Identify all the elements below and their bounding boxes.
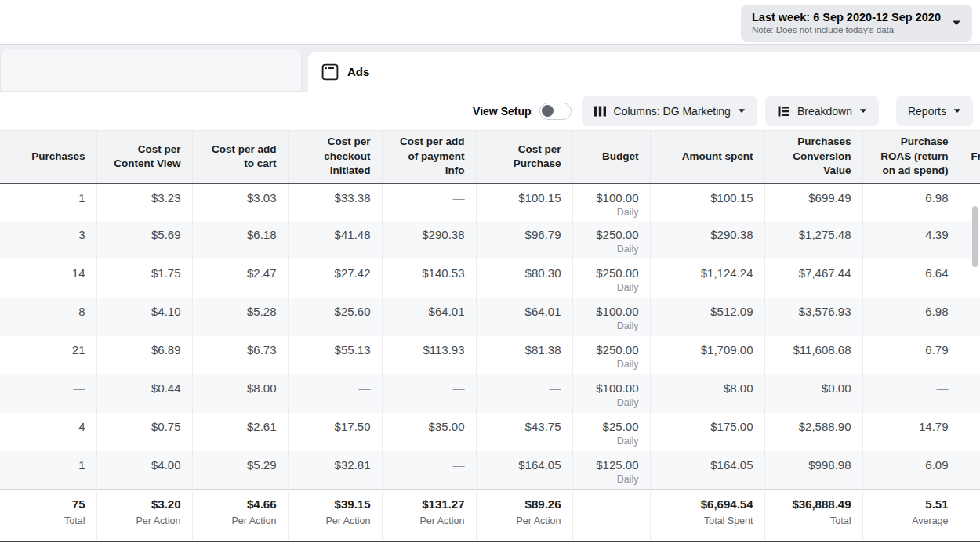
cell-budget: $100.00Daily	[572, 183, 650, 222]
column-header-cost_purchase[interactable]: Cost per Purchase	[476, 131, 572, 183]
cell-cost_payment_info: —	[382, 374, 476, 413]
cell-conversion_value: $11,608.68	[764, 336, 862, 374]
column-header-cost_payment_info[interactable]: Cost per add of payment info	[382, 131, 476, 183]
total-value: 75	[5, 497, 85, 511]
cell-budget: $250.00Daily	[572, 221, 650, 259]
totals-row: 75Total$3.20Per Action$4.66Per Action$39…	[0, 490, 980, 541]
chevron-down-icon	[738, 108, 746, 114]
cell-cost_add_to_cart: $5.28	[192, 298, 288, 336]
cell-amount_spent: $100.15	[650, 183, 764, 222]
cell-cost_content_view: $3.23	[96, 183, 192, 222]
budget-period: Daily	[578, 436, 639, 447]
column-header-conversion_value[interactable]: Purchases Conversion Value	[764, 131, 862, 183]
budget-value: $250.00	[578, 343, 639, 356]
view-setup-label: View Setup	[473, 105, 531, 118]
date-range-selector[interactable]: Last week: 6 Sep 2020-12 Sep 2020 Note: …	[741, 5, 972, 42]
cell-cost_content_view: $6.89	[96, 336, 192, 374]
table-row[interactable]: 21$6.89$6.73$55.13$113.93$81.38$250.00Da…	[0, 336, 980, 374]
cell-conversion_value: $1,275.48	[764, 221, 862, 259]
breakdown-button[interactable]: Breakdown	[765, 96, 879, 126]
total-label: Total	[5, 515, 85, 526]
cell-purchases: 14	[0, 259, 96, 298]
cell-cost_purchase: $43.75	[476, 413, 572, 451]
cell-roas: —	[862, 374, 960, 413]
total-label: Per Action	[198, 515, 277, 526]
column-header-amount_spent[interactable]: Amount spent	[650, 131, 764, 183]
table-row[interactable]: 1$3.23$3.03$33.38—$100.15$100.00Daily$10…	[0, 183, 980, 222]
cell-cost_purchase: $81.38	[476, 336, 572, 374]
total-cell-conversion_value: $36,888.49Total	[764, 490, 862, 541]
table-row[interactable]: —$0.44$8.00———$100.00Daily$8.00$0.00—	[0, 374, 980, 413]
table-body: 1$3.23$3.03$33.38—$100.15$100.00Daily$10…	[0, 183, 980, 490]
cell-purchases: 1	[0, 183, 96, 222]
total-cell-cost_payment_info: $131.27Per Action	[382, 490, 476, 541]
columns-button[interactable]: Columns: DG Marketing	[582, 96, 757, 126]
budget-period: Daily	[578, 244, 639, 255]
metrics-table: PurchasesCost per Content ViewCost per a…	[0, 130, 980, 542]
total-label: Per Action	[481, 515, 561, 526]
table-row[interactable]: 4$0.75$2.61$17.50$35.00$43.75$25.00Daily…	[0, 413, 980, 451]
reports-button[interactable]: Reports	[896, 96, 973, 126]
tab-inactive[interactable]	[0, 49, 302, 92]
toolbar: View Setup Columns: DG Marketing Breakdo…	[0, 92, 980, 130]
column-header-cost_add_to_cart[interactable]: Cost per add to cart	[192, 131, 288, 183]
cell-amount_spent: $1,124.24	[650, 259, 764, 298]
cell-amount_spent: $164.05	[650, 451, 764, 490]
toggle-knob	[542, 105, 554, 117]
cell-cost_checkout: $27.42	[288, 259, 382, 298]
cell-amount_spent: $8.00	[650, 374, 764, 413]
cell-cost_payment_info: $64.01	[382, 298, 476, 336]
total-value: $4.66	[198, 497, 277, 511]
table-row[interactable]: 8$4.10$5.28$25.60$64.01$64.01$100.00Dail…	[0, 298, 980, 336]
date-range-text: Last week: 6 Sep 2020-12 Sep 2020 Note: …	[752, 10, 941, 36]
cell-cost_add_to_cart: $2.47	[192, 259, 288, 298]
table-row[interactable]: 3$5.69$6.18$41.48$290.38$96.79$250.00Dai…	[0, 221, 980, 259]
column-header-purchases[interactable]: Purchases	[0, 131, 96, 183]
cell-roas: 6.09	[862, 451, 960, 490]
total-cell-cost_add_to_cart: $4.66Per Action	[192, 490, 288, 541]
table-row[interactable]: 1$4.00$5.29$32.81—$164.05$125.00Daily$16…	[0, 451, 980, 490]
cell-roas: 6.98	[862, 298, 960, 336]
table-row[interactable]: 14$1.75$2.47$27.42$140.53$80.30$250.00Da…	[0, 259, 980, 298]
cell-cost_add_to_cart: $5.29	[192, 451, 288, 490]
cell-cost_checkout: $17.50	[288, 413, 382, 451]
column-header-budget[interactable]: Budget	[572, 131, 650, 183]
column-header-cost_checkout[interactable]: Cost per checkout initiated	[288, 131, 382, 183]
cell-cost_add_to_cart: $6.73	[192, 336, 288, 374]
tab-ads[interactable]: Ads	[308, 52, 980, 92]
column-header-fr[interactable]: Fr	[960, 131, 980, 183]
view-setup-toggle[interactable]	[539, 103, 572, 120]
top-bar: Last week: 6 Sep 2020-12 Sep 2020 Note: …	[0, 0, 980, 45]
cell-fr	[960, 298, 980, 336]
budget-period: Daily	[578, 359, 639, 370]
chevron-down-icon	[953, 108, 961, 114]
column-header-cost_content_view[interactable]: Cost per Content View	[96, 131, 192, 183]
cell-cost_content_view: $4.00	[96, 451, 192, 490]
total-cell-roas: 5.51Average	[862, 490, 960, 541]
cell-cost_purchase: $100.15	[476, 183, 572, 222]
total-label: Total	[770, 515, 851, 526]
ads-icon	[321, 63, 339, 81]
header-row: PurchasesCost per Content ViewCost per a…	[0, 131, 980, 183]
cell-cost_purchase: $164.05	[476, 451, 572, 490]
vertical-scrollbar[interactable]	[972, 206, 978, 267]
cell-amount_spent: $290.38	[650, 221, 764, 259]
total-cell-budget	[572, 490, 650, 541]
cell-conversion_value: $3,576.93	[764, 298, 862, 336]
cell-purchases: 4	[0, 413, 96, 451]
cell-cost_payment_info: $113.93	[382, 336, 476, 374]
column-header-roas[interactable]: Purchase ROAS (return on ad spend)	[862, 131, 960, 183]
cell-amount_spent: $175.00	[650, 413, 764, 451]
cell-roas: 6.79	[862, 336, 960, 374]
cell-fr	[960, 413, 980, 451]
cell-cost_add_to_cart: $6.18	[192, 221, 288, 259]
cell-roas: 14.79	[862, 413, 960, 451]
cell-cost_payment_info: $35.00	[382, 413, 476, 451]
total-cell-fr	[960, 490, 980, 541]
total-value: 5.51	[868, 497, 949, 511]
cell-cost_add_to_cart: $8.00	[192, 374, 288, 413]
columns-button-label: Columns: DG Marketing	[614, 105, 731, 118]
cell-conversion_value: $0.00	[764, 374, 862, 413]
cell-cost_purchase: $80.30	[476, 259, 572, 298]
cell-purchases: 3	[0, 221, 96, 259]
